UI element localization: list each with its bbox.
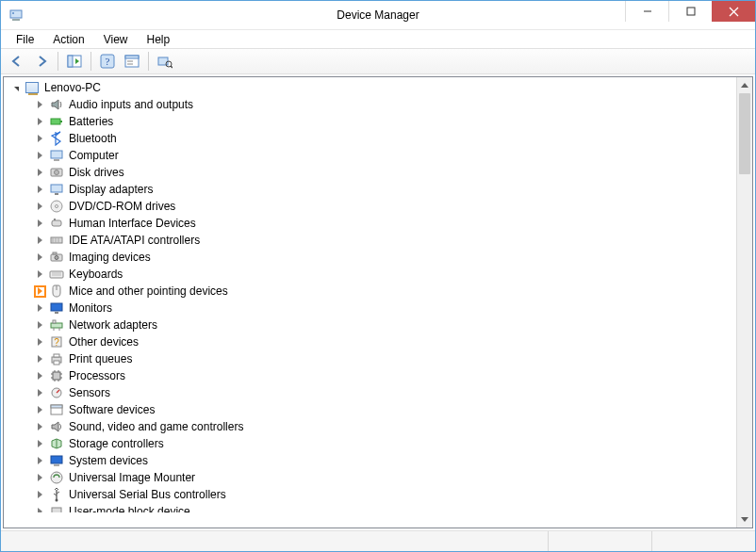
tree-item-label: Processors	[67, 367, 127, 384]
tree-root-label[interactable]: Lenovo-PC	[42, 79, 103, 96]
forward-button[interactable]	[30, 50, 53, 73]
tree-item-storage[interactable]: Storage controllers	[34, 435, 735, 452]
expand-toggle[interactable]	[34, 387, 46, 399]
tree-item-label: Network adapters	[67, 317, 159, 333]
expand-toggle[interactable]	[34, 472, 46, 484]
tree-item-mice[interactable]: Mice and other pointing devices	[34, 283, 735, 300]
expand-toggle[interactable]	[34, 150, 46, 162]
console-tree-button[interactable]	[63, 50, 86, 73]
tree-item-audio[interactable]: Audio inputs and outputs	[34, 96, 735, 113]
svg-rect-43	[51, 323, 62, 328]
tree-item-ide[interactable]: IDE ATA/ATAPI controllers	[34, 232, 735, 249]
expand-toggle[interactable]	[34, 252, 46, 264]
scroll-down-button[interactable]	[737, 511, 752, 528]
help-button[interactable]: ?	[96, 50, 119, 73]
device-tree[interactable]: Lenovo-PCAudio inputs and outputsBatteri…	[4, 77, 735, 528]
expand-toggle[interactable]	[34, 235, 46, 247]
speaker-icon	[49, 97, 64, 112]
scan-hardware-button[interactable]	[154, 50, 176, 73]
tree-item-bluetooth[interactable]: Bluetooth	[34, 130, 735, 147]
close-button[interactable]	[712, 1, 755, 22]
tree-item-other[interactable]: ?Other devices	[34, 333, 735, 350]
tree-item-uim[interactable]: Universal Image Mounter	[34, 469, 735, 486]
tree-item-monitors[interactable]: Monitors	[34, 300, 735, 317]
expand-toggle[interactable]	[34, 201, 46, 213]
chevron-up-icon	[741, 83, 748, 88]
tree-item-dvd[interactable]: DVD/CD-ROM drives	[34, 198, 735, 215]
tree-item-label: Batteries	[67, 113, 115, 130]
expand-toggle[interactable]	[34, 438, 46, 450]
properties-button[interactable]	[121, 50, 143, 73]
tree-item-disk[interactable]: Disk drives	[34, 164, 735, 181]
expand-toggle[interactable]	[34, 336, 46, 349]
tree-item-usb[interactable]: Universal Serial Bus controllers	[34, 486, 735, 503]
scroll-up-button[interactable]	[737, 77, 752, 93]
tree-item-keyboards[interactable]: Keyboards	[34, 266, 735, 283]
maximize-button[interactable]	[668, 1, 712, 22]
toolbar-separator	[148, 52, 149, 71]
expand-toggle[interactable]	[34, 167, 46, 179]
uim-icon	[49, 470, 64, 485]
back-button[interactable]	[6, 50, 28, 73]
tree-item-label: Bluetooth	[67, 130, 119, 147]
expand-toggle[interactable]	[34, 302, 46, 315]
tree-item-batteries[interactable]: Batteries	[34, 113, 735, 130]
minimize-button[interactable]	[625, 1, 668, 22]
ide-icon	[49, 233, 64, 248]
scroll-thumb[interactable]	[739, 93, 750, 174]
expand-toggle[interactable]	[34, 116, 46, 128]
expand-toggle[interactable]	[34, 353, 46, 365]
tree-item-print[interactable]: Print queues	[34, 350, 735, 367]
menu-action[interactable]: Action	[43, 31, 93, 48]
tree-item-software[interactable]: Software devices	[34, 401, 735, 418]
svg-rect-19	[60, 121, 62, 122]
tree-item-computer[interactable]: Computer	[34, 147, 735, 164]
expand-toggle[interactable]	[34, 319, 46, 332]
tree-item-label: Mice and other pointing devices	[67, 283, 230, 300]
expand-toggle[interactable]	[34, 370, 46, 382]
system-icon	[49, 453, 64, 468]
expand-toggle[interactable]	[34, 99, 46, 111]
monitor-icon	[49, 300, 64, 316]
tree-item-sound[interactable]: Sound, video and game controllers	[34, 418, 735, 435]
status-cell	[1, 531, 548, 551]
expand-toggle[interactable]	[34, 218, 46, 230]
tree-item-system[interactable]: System devices	[34, 452, 735, 469]
expand-toggle[interactable]	[34, 421, 46, 433]
expand-toggle[interactable]	[34, 285, 46, 298]
tree-item-label: Imaging devices	[67, 249, 153, 266]
tree-item-processors[interactable]: Processors	[34, 367, 735, 384]
tree-item-sensors[interactable]: Sensors	[34, 384, 735, 401]
tree-item-label: Other devices	[67, 333, 140, 350]
tree-item-label: Storage controllers	[67, 435, 166, 452]
app-icon	[8, 8, 24, 23]
expand-toggle[interactable]	[34, 404, 46, 416]
vertical-scrollbar[interactable]	[736, 77, 752, 528]
menu-view[interactable]: View	[94, 31, 138, 48]
expand-toggle[interactable]	[34, 506, 46, 513]
expand-toggle[interactable]	[9, 82, 22, 94]
chevron-right-icon	[38, 457, 42, 464]
tree-item-imaging[interactable]: Imaging devices	[34, 249, 735, 266]
tree-item-display[interactable]: Display adapters	[34, 181, 735, 198]
properties-icon	[124, 54, 140, 69]
svg-rect-41	[51, 303, 62, 311]
mouse-icon	[49, 284, 64, 299]
window-controls	[625, 1, 755, 22]
tree-item-label: Software devices	[67, 401, 156, 418]
chevron-down-icon	[741, 517, 748, 522]
scroll-track[interactable]	[737, 93, 752, 511]
menu-help[interactable]: Help	[138, 31, 180, 48]
expand-toggle[interactable]	[34, 268, 46, 281]
tree-item-userblock[interactable]: User-mode block device	[34, 503, 735, 512]
tree-item-network[interactable]: Network adapters	[34, 317, 735, 333]
tree-item-hid[interactable]: Human Interface Devices	[34, 215, 735, 232]
expand-toggle[interactable]	[34, 184, 46, 196]
chevron-right-icon	[38, 389, 42, 397]
svg-point-27	[56, 205, 58, 208]
keyboard-icon	[49, 267, 64, 282]
expand-toggle[interactable]	[34, 455, 46, 467]
menu-file[interactable]: File	[7, 31, 43, 48]
expand-toggle[interactable]	[34, 133, 46, 145]
expand-toggle[interactable]	[34, 489, 46, 501]
